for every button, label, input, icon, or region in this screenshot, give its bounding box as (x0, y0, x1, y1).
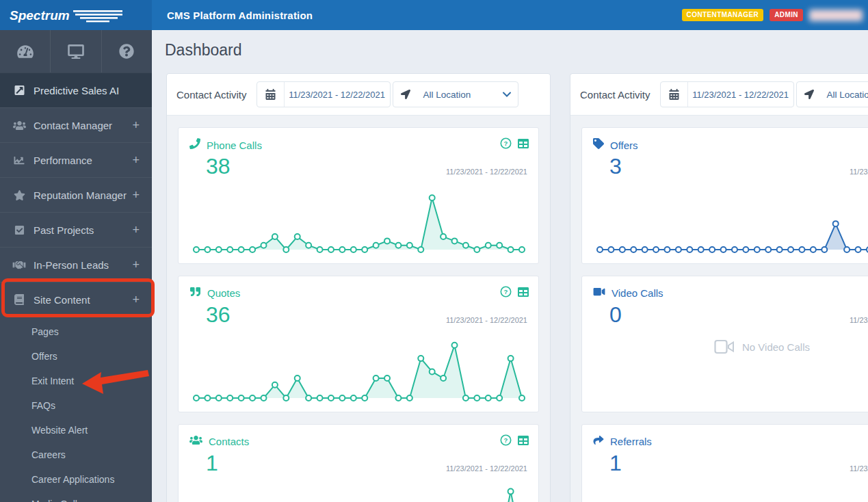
table-view-icon[interactable] (518, 287, 529, 298)
sidebar-item-label: Performance (34, 155, 92, 166)
site-content-submenu: Pages Offers Exit Intent FAQs Website Al… (0, 317, 152, 502)
card-title: Referrals (610, 436, 652, 447)
date-range-value: 11/23/2021 - 12/22/2021 (688, 90, 793, 100)
location-select[interactable]: All Location (393, 81, 518, 107)
panel-header: Contact Activity 11/23/2021 - 12/22/2021… (167, 74, 550, 116)
desktop-monitor-icon[interactable] (51, 30, 101, 72)
submenu-item-offers[interactable]: Offers (0, 344, 152, 369)
sidebar-item-reputation-manager[interactable]: Reputation Manager + (0, 177, 152, 212)
spectrum-logo[interactable]: Spectrum (0, 0, 152, 30)
app-title: CMS Platform Administration (167, 10, 313, 21)
location-arrow-icon (393, 82, 418, 107)
no-video-calls-empty-state: No Video Calls (582, 339, 868, 354)
phone-calls-sparkline (189, 187, 529, 259)
help-circle-icon[interactable]: ? (500, 434, 512, 446)
redacted-user-name (809, 10, 863, 21)
sidebar-item-predictive-sales-ai[interactable]: Predictive Sales AI (0, 72, 152, 107)
video-outline-icon (714, 339, 735, 354)
card-title: Phone Calls (207, 140, 262, 151)
sidebar-item-performance[interactable]: Performance + (0, 142, 152, 177)
help-icon[interactable] (102, 30, 152, 72)
card-value: 36 (206, 302, 231, 328)
submenu-item-media-gallery[interactable]: Media Gallery (0, 492, 152, 502)
card-header: Quotes (189, 287, 240, 300)
location-select-value: All Location (821, 90, 868, 100)
video-icon (593, 287, 605, 300)
expand-plus-icon: + (132, 188, 140, 202)
panel-header: Contact Activity 11/23/2021 - 12/22/2021… (570, 74, 868, 116)
check-square-icon (12, 225, 26, 235)
star-icon (12, 190, 26, 200)
card-title: Video Calls (611, 287, 663, 299)
calendar-icon (257, 82, 285, 107)
sidebar-item-label: Past Projects (34, 224, 94, 236)
card-date-range: 11/23/2021 - 12/22/2021 (446, 168, 527, 176)
location-arrow-icon (797, 82, 821, 107)
help-circle-icon[interactable]: ? (500, 286, 512, 298)
tag-icon (593, 138, 604, 152)
share-arrow-icon (593, 435, 604, 448)
expand-plus-icon: + (132, 223, 140, 237)
dashboard-gauge-icon[interactable] (0, 30, 51, 72)
phone-calls-card: Phone Calls ? 38 11/23/2021 - 12/22/2021 (178, 127, 539, 264)
handshake-icon (12, 260, 26, 270)
submenu-item-career-applications[interactable]: Career Applications (0, 467, 152, 492)
submenu-item-exit-intent[interactable]: Exit Intent (0, 369, 152, 393)
sidebar: Predictive Sales AI Contact Manager + Pe… (0, 30, 152, 502)
panel-label: Contact Activity (176, 89, 247, 101)
card-value: 0 (609, 302, 622, 328)
phone-icon (189, 138, 200, 152)
video-calls-card: Video Calls 0 11/23/2021 - 12/22/2021 No… (581, 276, 868, 412)
svg-text:?: ? (504, 140, 508, 147)
submenu-item-website-alert[interactable]: Website Alert (0, 418, 152, 442)
date-range-picker[interactable]: 11/23/2021 - 12/22/2021 (257, 81, 391, 107)
navbar-right: CONTENTMANAGER ADMIN (682, 9, 868, 21)
table-view-icon[interactable] (518, 138, 529, 149)
users-icon (12, 120, 26, 131)
card-header: Referrals (593, 435, 652, 448)
contact-activity-panel-right: Contact Activity 11/23/2021 - 12/22/2021… (570, 73, 868, 502)
sidebar-item-site-content[interactable]: Site Content + (0, 282, 152, 317)
location-select-value: All Location (418, 90, 503, 100)
sidebar-item-label: Reputation Manager (34, 189, 127, 201)
calendar-icon (661, 82, 688, 107)
referrals-card: Referrals 1 11/23/2021 - 12/22/2021 (581, 424, 868, 502)
card-date-range: 11/23/2021 - 12/22/2021 (446, 464, 527, 473)
card-actions: ? (500, 434, 529, 446)
predictive-sales-icon (12, 85, 26, 96)
offers-sparkline (593, 187, 868, 259)
card-date-range: 11/23/2021 - 12/22/2021 (850, 464, 868, 473)
card-date-range: 11/23/2021 - 12/22/2021 (850, 168, 868, 176)
quotes-sparkline (189, 335, 529, 407)
role-badge-contentmanager: CONTENTMANAGER (682, 9, 764, 21)
sidebar-item-in-person-leads[interactable]: In-Person Leads + (0, 247, 152, 282)
card-header: Phone Calls (189, 138, 262, 152)
card-date-range: 11/23/2021 - 12/22/2021 (850, 316, 868, 324)
svg-text:?: ? (504, 436, 508, 444)
panel-label: Contact Activity (580, 89, 650, 101)
sidebar-item-contact-manager[interactable]: Contact Manager + (0, 107, 152, 142)
quotes-icon (189, 287, 201, 300)
location-select[interactable]: All Location (796, 81, 868, 107)
table-view-icon[interactable] (518, 435, 529, 446)
contact-activity-panel-left: Contact Activity 11/23/2021 - 12/22/2021… (166, 73, 551, 502)
empty-state-text: No Video Calls (742, 341, 810, 353)
sidebar-icon-row (0, 30, 152, 72)
card-title: Offers (610, 140, 638, 151)
submenu-item-pages[interactable]: Pages (0, 319, 152, 344)
card-header: Video Calls (593, 287, 663, 300)
sidebar-item-label: Predictive Sales AI (34, 85, 119, 96)
submenu-item-careers[interactable]: Careers (0, 442, 152, 467)
main-content: Dashboard Contact Activity 11/23/2021 - … (152, 30, 868, 502)
card-title: Quotes (207, 287, 240, 299)
page-title: Dashboard (165, 41, 242, 60)
card-header: Offers (593, 138, 638, 152)
spectrum-logo-icon: Spectrum (10, 5, 124, 25)
help-circle-icon[interactable]: ? (500, 137, 512, 149)
expand-plus-icon: + (132, 153, 140, 168)
sidebar-item-past-projects[interactable]: Past Projects + (0, 212, 152, 247)
top-navbar: Spectrum CMS Platform Administration CON… (0, 0, 868, 30)
card-value: 38 (206, 154, 231, 179)
date-range-picker[interactable]: 11/23/2021 - 12/22/2021 (660, 81, 794, 107)
submenu-item-faqs[interactable]: FAQs (0, 393, 152, 418)
